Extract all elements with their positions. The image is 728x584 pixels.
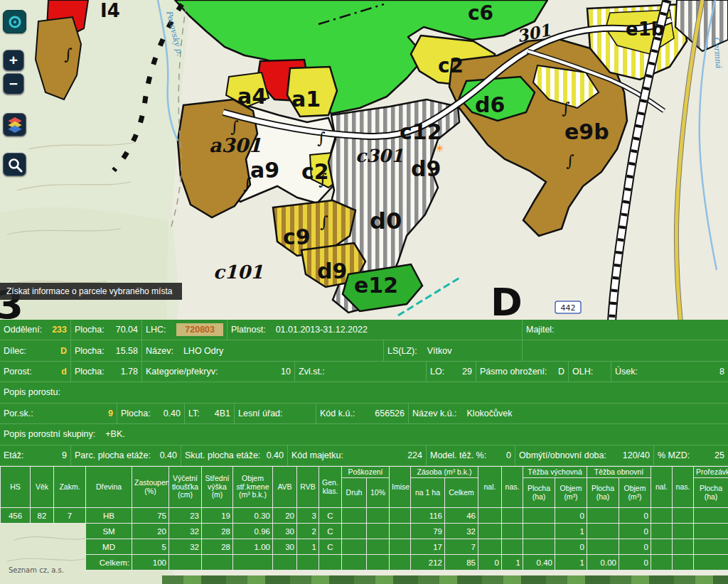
cell: 116 [411, 508, 445, 524]
field-nazev-ku: Název k.ú.: Klokočůvek [409, 404, 728, 423]
cell: 30 [273, 524, 297, 539]
app: ∫ ∫ ∫ ∫ ∫ ∫ ∫ ∫ ✳ I4 c6 301 c2 e1b a4 a1… [0, 0, 728, 584]
field-lslz: LS(LZ): Vítkov [384, 340, 523, 360]
field-label: LT: [188, 409, 200, 418]
cell: 0.30 [233, 508, 273, 524]
cell: 212 [411, 555, 445, 571]
field-value: 120/40 [619, 450, 650, 460]
cell: 1 [502, 555, 523, 571]
map-label-a9: a9 [250, 158, 279, 183]
panel-row-porost: Porost: d Plocha: 1.78 Kategorie/překryv… [0, 362, 728, 382]
search-button[interactable] [3, 153, 26, 176]
cell [651, 555, 673, 571]
field-value: 0.40 [156, 450, 177, 460]
layers-icon [6, 115, 23, 134]
cell [273, 555, 297, 571]
cell [673, 555, 694, 571]
field-label: Pásmo ohrožení: [480, 367, 547, 377]
cell: 1.00 [233, 539, 273, 555]
cell [390, 508, 411, 524]
field-empty [523, 340, 728, 360]
field-lo: LO: 29 [427, 362, 476, 382]
cell: 20 [273, 508, 297, 524]
field-kod-majetku: Kód majetku: 224 [288, 445, 427, 465]
field-label: Plocha: [75, 346, 105, 356]
cell: 46 [445, 508, 478, 524]
field-lesni-urad: Lesní úřad: [235, 404, 316, 423]
map-tooltip: Získat informace o parcele vybraného mís… [0, 283, 182, 300]
locate-button[interactable] [3, 10, 26, 33]
map-label-d9-top: d9 [411, 156, 441, 181]
field-value: 4B1 [210, 409, 230, 418]
map-label-d0: d0 [370, 207, 402, 234]
integral-symbol: ∫ [230, 118, 239, 136]
cell: 3 [297, 508, 319, 524]
zoom-in-button[interactable]: + [3, 50, 24, 71]
field-label: Kód majetku: [291, 450, 343, 460]
cell: 1 [555, 524, 587, 539]
map-label-i4: I4 [100, 0, 120, 21]
map-label-a1: a1 [291, 87, 321, 112]
field-label: Parc. plocha etáže: [75, 450, 151, 460]
integral-symbol: ∫ [64, 45, 73, 63]
field-label: Majitel: [526, 325, 555, 335]
field-label: Popis porostu: [4, 387, 60, 397]
field-label: LHC: [146, 325, 166, 335]
cell [31, 539, 54, 555]
field-label: Plocha: [75, 325, 105, 335]
col-nal-1: nal. [478, 467, 502, 508]
field-label: Porost: [4, 367, 32, 377]
cell [587, 539, 619, 555]
info-panel: Oddělení: 233 Plocha: 70.04 LHC: 720803 … [0, 320, 728, 466]
field-label: Kód k.ú.: [320, 409, 355, 418]
field-label: Por.sk.: [4, 409, 33, 418]
field-value[interactable]: 720803 [176, 323, 223, 336]
panel-row-popis-skupiny: Popis porostní skupiny: +BK. [0, 424, 728, 445]
col-vek: Věk [31, 467, 54, 508]
map-label-c2-mid: c2 [301, 159, 329, 184]
col-stredni: Střední výška (m) [202, 467, 233, 508]
cell: 0 [619, 508, 651, 524]
cell: 0 [478, 555, 502, 571]
field-label: Model. těž. %: [430, 450, 486, 460]
table-row: 456 82 7 HB 75 23 19 0.30 20 3 C 116 46 … [1, 508, 728, 524]
field-majitel: Majitel: [523, 320, 728, 340]
col-prorezavky: Prořezávky [694, 467, 728, 478]
field-value: 10 [277, 367, 291, 377]
road-badge-442: 442 [555, 301, 581, 313]
map-label-c101: c101 [213, 261, 263, 283]
col-na1ha: na 1 ha [411, 478, 445, 508]
field-lhc: LHC: 720803 [142, 320, 228, 340]
cell: 0.00 [587, 555, 619, 571]
zoom-out-button[interactable]: − [3, 73, 24, 94]
field-platnost: Platnost: 01.01.2013-31.12.2022 [228, 320, 523, 340]
map-label-c6: c6 [468, 1, 493, 25]
map-label-big-d: D [491, 280, 523, 325]
cell: 0 [619, 539, 651, 555]
cell: 23 [169, 508, 202, 524]
field-label: Název k.ú.: [412, 409, 457, 418]
cell [651, 524, 673, 539]
cell [202, 555, 233, 571]
cell [478, 508, 502, 524]
cell [478, 524, 502, 539]
field-skut-plocha: Skut. plocha etáže: 0.40 [181, 445, 288, 465]
field-label: Popis porostní skupiny: [4, 429, 95, 439]
col-tezba-obnovni: Těžba obnovní [587, 467, 651, 478]
cell: 32 [169, 524, 202, 539]
cell [523, 539, 555, 555]
field-label: LO: [430, 367, 444, 377]
cell [31, 555, 54, 571]
field-obmyti: Obmýtí/obnovní doba: 120/40 [515, 445, 654, 465]
field-plocha-porsk: Plocha: 0.40 [117, 404, 185, 423]
layers-button[interactable] [3, 113, 26, 136]
map-label-c2-top: c2 [438, 54, 464, 77]
field-parc-plocha: Parc. plocha etáže: 0.40 [71, 445, 181, 465]
field-value: D [554, 367, 564, 377]
field-label: Platnost: [231, 325, 266, 335]
col-avb: AVB [273, 467, 297, 508]
cell [1, 539, 31, 555]
cell [478, 539, 502, 555]
map-label-d9-low: d9 [317, 259, 347, 283]
cell [502, 539, 523, 555]
